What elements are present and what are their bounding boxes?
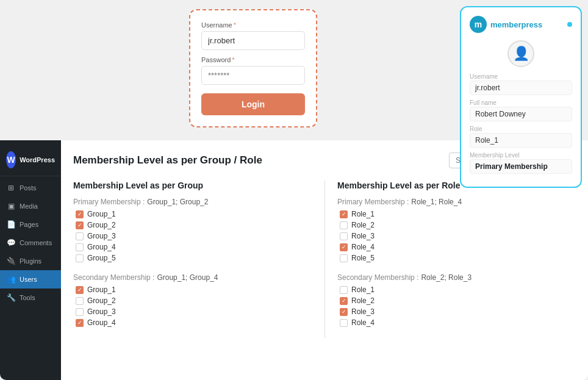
role3-secondary-label: Role_3 [351, 307, 375, 316]
sidebar-item-comments[interactable]: 💬 Comments [0, 234, 61, 252]
group2-secondary-label: Group_2 [87, 296, 116, 305]
sidebar-item-media-label: Media [20, 203, 38, 210]
password-input[interactable] [201, 66, 305, 85]
sidebar-item-comments-label: Comments [20, 239, 52, 246]
list-item: Group_1 [76, 285, 312, 294]
role-secondary-list: Role_1 Role_2 Role_3 Role_4 [340, 285, 576, 327]
role-primary-label: Primary Membership : [337, 198, 409, 206]
sidebar-item-users-label: Users [20, 276, 37, 283]
mp-avatar: 👤 [470, 40, 572, 67]
username-label: Username* [201, 21, 305, 29]
wp-logo-icon: W [6, 151, 16, 168]
content-columns: Membership Level as per Group Primary Me… [73, 181, 576, 338]
group-secondary-value: Group_1; Group_4 [157, 273, 218, 282]
group-primary-header: Primary Membership : Group_1; Group_2 [73, 198, 312, 206]
checkbox-role4-secondary[interactable] [340, 319, 348, 327]
list-item: Role_3 [340, 232, 576, 240]
list-item: Group_2 [76, 296, 312, 305]
role-primary-header: Primary Membership : Role_1; Role_4 [337, 198, 576, 206]
group4-primary-label: Group_4 [87, 243, 116, 251]
mp-logo-icon: m [470, 16, 487, 33]
role4-secondary-label: Role_4 [351, 318, 375, 327]
login-button[interactable]: Login [201, 93, 305, 115]
group-secondary-label: Secondary Membership : [73, 273, 154, 282]
group-secondary-section: Secondary Membership : Group_1; Group_4 … [73, 273, 312, 327]
role-primary-list: Role_1 Role_2 Role_3 Role_4 [340, 210, 576, 262]
wp-logo: W WordPress [0, 146, 61, 176]
list-item: Role_2 [340, 296, 576, 305]
group5-primary-label: Group_5 [87, 254, 116, 262]
group-column: Membership Level as per Group Primary Me… [73, 181, 324, 338]
checkbox-role3-secondary[interactable] [340, 308, 348, 316]
checkbox-role4-primary[interactable] [340, 243, 348, 251]
mp-header: m memberpress [470, 16, 572, 33]
sidebar-item-tools[interactable]: 🔧 Tools [0, 289, 61, 307]
checkbox-role1-secondary[interactable] [340, 286, 348, 294]
checkbox-role5-primary[interactable] [340, 254, 348, 262]
group3-secondary-label: Group_3 [87, 307, 116, 316]
list-item: Role_5 [340, 254, 576, 262]
role-primary-value: Role_1; Role_4 [411, 198, 462, 206]
checkbox-role3-primary[interactable] [340, 232, 348, 240]
group-col-title: Membership Level as per Group [73, 181, 312, 190]
role2-secondary-label: Role_2 [351, 296, 375, 305]
mp-fullname-value: Robert Downey [470, 107, 572, 121]
memberpress-panel: m memberpress 👤 Username jr.robert Full … [460, 6, 582, 188]
role-secondary-header: Secondary Membership : Role_2; Role_3 [337, 273, 576, 282]
checkbox-group4-primary[interactable] [76, 243, 84, 251]
page-title: Membership Level as per Group / Role [73, 154, 262, 167]
checkbox-group2-primary[interactable] [76, 221, 84, 229]
checkbox-role2-secondary[interactable] [340, 297, 348, 305]
list-item: Role_3 [340, 307, 576, 316]
sidebar-item-posts[interactable]: ⊞ Posts [0, 179, 61, 197]
users-icon: 👥 [6, 274, 16, 284]
role3-primary-label: Role_3 [351, 232, 375, 240]
checkbox-group1-secondary[interactable] [76, 286, 84, 294]
checkbox-group3-secondary[interactable] [76, 308, 84, 316]
role-secondary-label: Secondary Membership : [337, 273, 418, 282]
group1-primary-label: Group_1 [87, 210, 116, 218]
role5-primary-label: Role_5 [351, 254, 375, 262]
posts-icon: ⊞ [6, 183, 16, 193]
checkbox-role2-primary[interactable] [340, 221, 348, 229]
list-item: Group_4 [76, 243, 312, 251]
checkbox-group4-secondary[interactable] [76, 319, 84, 327]
checkbox-group2-secondary[interactable] [76, 297, 84, 305]
sidebar-item-plugins-label: Plugins [20, 257, 41, 265]
list-item: Role_2 [340, 221, 576, 229]
username-input[interactable] [201, 31, 305, 50]
mp-role-label: Role [470, 126, 572, 132]
media-icon: ▣ [6, 201, 16, 211]
mp-membership-label: Membership Level [470, 152, 572, 159]
wp-sidebar: W WordPress ⊞ Posts ▣ Media 📄 Pages 💬 Co… [0, 140, 61, 380]
list-item: Role_1 [340, 210, 576, 218]
checkbox-group1-primary[interactable] [76, 210, 84, 218]
group-primary-section: Primary Membership : Group_1; Group_2 Gr… [73, 198, 312, 262]
list-item: Role_4 [340, 243, 576, 251]
checkbox-group3-primary[interactable] [76, 232, 84, 240]
role-secondary-section: Secondary Membership : Role_2; Role_3 Ro… [337, 273, 576, 327]
role1-primary-label: Role_1 [351, 210, 375, 218]
list-item: Group_4 [76, 318, 312, 327]
sidebar-item-pages[interactable]: 📄 Pages [0, 215, 61, 234]
list-item: Group_1 [76, 210, 312, 218]
list-item: Group_3 [76, 307, 312, 316]
comments-icon: 💬 [6, 238, 16, 248]
group4-secondary-label: Group_4 [87, 318, 116, 327]
group-secondary-header: Secondary Membership : Group_1; Group_4 [73, 273, 312, 282]
checkbox-role1-primary[interactable] [340, 210, 348, 218]
mp-username-value: jr.robert [470, 81, 572, 95]
sidebar-item-users[interactable]: 👥 Users [0, 270, 61, 289]
role-column: Membership Level as per Role Primary Mem… [324, 181, 576, 338]
sidebar-item-plugins[interactable]: 🔌 Plugins [0, 252, 61, 270]
group2-primary-label: Group_2 [87, 221, 116, 229]
role-secondary-value: Role_2; Role_3 [421, 273, 471, 282]
pages-icon: 📄 [6, 220, 16, 229]
sidebar-item-pages-label: Pages [20, 221, 38, 228]
mp-username-label: Username [470, 73, 572, 80]
group3-primary-label: Group_3 [87, 232, 116, 240]
list-item: Group_3 [76, 232, 312, 240]
sidebar-item-media[interactable]: ▣ Media [0, 197, 61, 215]
sidebar-item-posts-label: Posts [20, 184, 37, 192]
checkbox-group5-primary[interactable] [76, 254, 84, 262]
